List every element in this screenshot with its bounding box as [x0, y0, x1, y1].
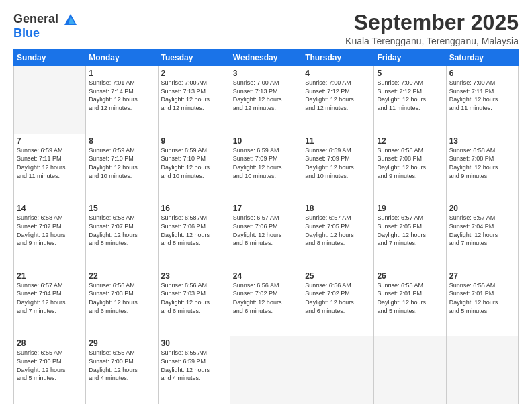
day-number: 4	[305, 68, 371, 78]
day-info: Sunrise: 6:55 AM Sunset: 7:01 PM Dayligh…	[377, 281, 443, 315]
calendar-cell: 7Sunrise: 6:59 AM Sunset: 7:11 PM Daylig…	[14, 134, 86, 201]
day-info: Sunrise: 6:58 AM Sunset: 7:07 PM Dayligh…	[89, 214, 154, 247]
day-info: Sunrise: 6:58 AM Sunset: 7:06 PM Dayligh…	[161, 214, 227, 247]
day-info: Sunrise: 6:59 AM Sunset: 7:09 PM Dayligh…	[305, 146, 371, 180]
calendar-cell: 24Sunrise: 6:56 AM Sunset: 7:02 PM Dayli…	[230, 269, 302, 336]
day-info: Sunrise: 6:56 AM Sunset: 7:03 PM Dayligh…	[161, 281, 227, 315]
day-info: Sunrise: 7:00 AM Sunset: 7:13 PM Dayligh…	[161, 79, 227, 112]
calendar-cell: 23Sunrise: 6:56 AM Sunset: 7:03 PM Dayli…	[158, 269, 230, 336]
calendar-cell: 26Sunrise: 6:55 AM Sunset: 7:01 PM Dayli…	[374, 269, 446, 336]
day-number: 14	[17, 203, 83, 213]
day-number: 23	[161, 271, 227, 281]
calendar-week-row: 14Sunrise: 6:58 AM Sunset: 7:07 PM Dayli…	[14, 201, 519, 269]
calendar-cell: 19Sunrise: 6:57 AM Sunset: 7:05 PM Dayli…	[374, 201, 446, 269]
calendar-week-row: 7Sunrise: 6:59 AM Sunset: 7:11 PM Daylig…	[14, 134, 519, 201]
day-info: Sunrise: 7:00 AM Sunset: 7:13 PM Dayligh…	[233, 79, 299, 112]
day-info: Sunrise: 6:56 AM Sunset: 7:02 PM Dayligh…	[305, 281, 371, 315]
subtitle: Kuala Terengganu, Terengganu, Malaysia	[345, 36, 519, 46]
calendar-cell	[374, 336, 446, 404]
calendar-week-row: 1Sunrise: 7:01 AM Sunset: 7:14 PM Daylig…	[14, 66, 519, 134]
calendar-cell: 2Sunrise: 7:00 AM Sunset: 7:13 PM Daylig…	[158, 66, 230, 134]
calendar-cell: 9Sunrise: 6:59 AM Sunset: 7:10 PM Daylig…	[158, 134, 230, 201]
calendar-cell: 11Sunrise: 6:59 AM Sunset: 7:09 PM Dayli…	[302, 134, 374, 201]
day-number: 21	[17, 271, 83, 281]
title-block: September 2025 Kuala Terengganu, Terengg…	[345, 11, 519, 46]
month-title: September 2025	[345, 11, 519, 34]
calendar-cell: 30Sunrise: 6:55 AM Sunset: 6:59 PM Dayli…	[158, 336, 230, 404]
day-info: Sunrise: 7:00 AM Sunset: 7:12 PM Dayligh…	[377, 79, 443, 112]
day-number: 26	[377, 271, 443, 281]
day-info: Sunrise: 6:59 AM Sunset: 7:11 PM Dayligh…	[17, 146, 83, 180]
day-info: Sunrise: 7:01 AM Sunset: 7:14 PM Dayligh…	[89, 79, 154, 112]
day-number: 5	[377, 68, 443, 78]
day-number: 29	[89, 338, 154, 348]
calendar-cell	[230, 336, 302, 404]
day-number: 20	[449, 203, 515, 213]
day-number: 16	[161, 203, 227, 213]
day-number: 30	[161, 338, 227, 348]
col-wednesday: Wednesday	[230, 50, 302, 66]
col-monday: Monday	[86, 50, 158, 66]
day-number: 24	[233, 271, 299, 281]
day-info: Sunrise: 6:57 AM Sunset: 7:04 PM Dayligh…	[449, 214, 515, 247]
col-tuesday: Tuesday	[158, 50, 230, 66]
day-info: Sunrise: 6:59 AM Sunset: 7:09 PM Dayligh…	[233, 146, 299, 180]
calendar-cell: 29Sunrise: 6:55 AM Sunset: 7:00 PM Dayli…	[86, 336, 158, 404]
day-info: Sunrise: 6:57 AM Sunset: 7:06 PM Dayligh…	[233, 214, 299, 247]
day-info: Sunrise: 6:59 AM Sunset: 7:10 PM Dayligh…	[89, 146, 154, 180]
calendar-cell: 12Sunrise: 6:58 AM Sunset: 7:08 PM Dayli…	[374, 134, 446, 201]
day-number: 1	[89, 68, 154, 78]
col-thursday: Thursday	[302, 50, 374, 66]
day-number: 17	[233, 203, 299, 213]
day-info: Sunrise: 7:00 AM Sunset: 7:12 PM Dayligh…	[305, 79, 371, 112]
day-number: 25	[305, 271, 371, 281]
day-number: 12	[377, 136, 443, 146]
day-number: 19	[377, 203, 443, 213]
calendar-cell	[446, 336, 518, 404]
day-info: Sunrise: 6:57 AM Sunset: 7:05 PM Dayligh…	[305, 214, 371, 247]
calendar-cell: 5Sunrise: 7:00 AM Sunset: 7:12 PM Daylig…	[374, 66, 446, 134]
day-info: Sunrise: 6:58 AM Sunset: 7:07 PM Dayligh…	[17, 214, 83, 247]
col-friday: Friday	[374, 50, 446, 66]
day-number: 18	[305, 203, 371, 213]
calendar-cell: 27Sunrise: 6:55 AM Sunset: 7:01 PM Dayli…	[446, 269, 518, 336]
calendar-cell: 18Sunrise: 6:57 AM Sunset: 7:05 PM Dayli…	[302, 201, 374, 269]
day-number: 28	[17, 338, 83, 348]
day-number: 3	[233, 68, 299, 78]
calendar-cell	[302, 336, 374, 404]
day-info: Sunrise: 6:55 AM Sunset: 7:01 PM Dayligh…	[449, 281, 515, 315]
day-number: 22	[89, 271, 154, 281]
day-number: 11	[305, 136, 371, 146]
day-info: Sunrise: 6:55 AM Sunset: 6:59 PM Dayligh…	[161, 349, 227, 382]
calendar-cell: 22Sunrise: 6:56 AM Sunset: 7:03 PM Dayli…	[86, 269, 158, 336]
calendar-cell: 15Sunrise: 6:58 AM Sunset: 7:07 PM Dayli…	[86, 201, 158, 269]
logo-blue: Blue	[13, 26, 78, 40]
calendar-cell: 21Sunrise: 6:57 AM Sunset: 7:04 PM Dayli…	[14, 269, 86, 336]
col-saturday: Saturday	[446, 50, 518, 66]
day-info: Sunrise: 7:00 AM Sunset: 7:11 PM Dayligh…	[449, 79, 515, 112]
day-number: 2	[161, 68, 227, 78]
calendar-cell: 6Sunrise: 7:00 AM Sunset: 7:11 PM Daylig…	[446, 66, 518, 134]
logo-general: General	[13, 12, 78, 26]
col-sunday: Sunday	[14, 50, 86, 66]
logo: General Blue	[13, 12, 78, 40]
calendar-cell: 3Sunrise: 7:00 AM Sunset: 7:13 PM Daylig…	[230, 66, 302, 134]
day-number: 15	[89, 203, 154, 213]
calendar-cell: 25Sunrise: 6:56 AM Sunset: 7:02 PM Dayli…	[302, 269, 374, 336]
calendar-cell: 16Sunrise: 6:58 AM Sunset: 7:06 PM Dayli…	[158, 201, 230, 269]
logo-text-block: General Blue	[13, 12, 78, 40]
calendar-table: Sunday Monday Tuesday Wednesday Thursday…	[13, 49, 519, 404]
header: General Blue September 2025 Kuala Tereng…	[13, 11, 519, 46]
day-number: 13	[449, 136, 515, 146]
day-number: 10	[233, 136, 299, 146]
day-number: 27	[449, 271, 515, 281]
calendar-cell: 10Sunrise: 6:59 AM Sunset: 7:09 PM Dayli…	[230, 134, 302, 201]
calendar-week-row: 21Sunrise: 6:57 AM Sunset: 7:04 PM Dayli…	[14, 269, 519, 336]
calendar-cell	[14, 66, 86, 134]
day-info: Sunrise: 6:55 AM Sunset: 7:00 PM Dayligh…	[17, 349, 83, 382]
calendar-cell: 13Sunrise: 6:58 AM Sunset: 7:08 PM Dayli…	[446, 134, 518, 201]
calendar-cell: 28Sunrise: 6:55 AM Sunset: 7:00 PM Dayli…	[14, 336, 86, 404]
day-info: Sunrise: 6:59 AM Sunset: 7:10 PM Dayligh…	[161, 146, 227, 180]
calendar-cell: 1Sunrise: 7:01 AM Sunset: 7:14 PM Daylig…	[86, 66, 158, 134]
day-number: 7	[17, 136, 83, 146]
